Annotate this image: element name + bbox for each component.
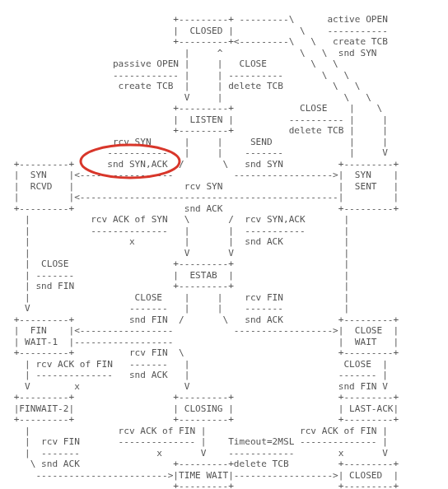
- tcp-state-diagram-text: +---------+ ---------\ active OPEN | CLO…: [8, 14, 399, 489]
- tcp-state-diagram: +---------+ ---------\ active OPEN | CLO…: [0, 9, 407, 489]
